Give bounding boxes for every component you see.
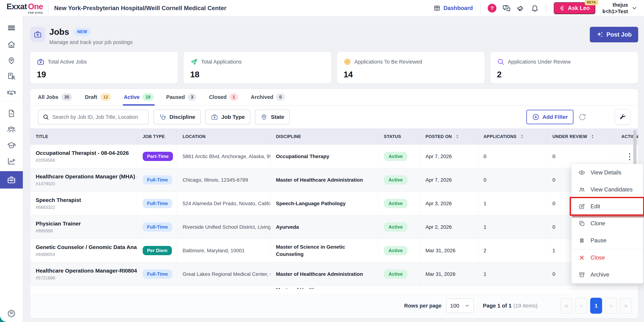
job-title[interactable]: Physician Trainer [36, 221, 137, 227]
menu-item-edit[interactable]: Edit [572, 198, 643, 215]
next-page-button[interactable]: › [605, 298, 617, 314]
sidebar-item-partnerships-icon[interactable] [0, 88, 23, 97]
posted-on: Apr 7, 2026 [420, 145, 478, 168]
applications-count: 1 [478, 192, 547, 215]
divider [546, 3, 546, 13]
announcements-megaphone-icon[interactable] [517, 4, 525, 12]
job-title[interactable]: Healthcare Operations Manager-RI0804... [36, 268, 137, 274]
map-pin-icon [260, 113, 268, 121]
discipline-filter-button[interactable]: Discipline [154, 110, 201, 124]
job-discipline: Master of Health [270, 286, 378, 289]
sort-icon[interactable] [590, 134, 595, 139]
briefcase-icon [211, 113, 218, 121]
tab-paused[interactable]: Paused3 [166, 89, 196, 105]
edit-pencil-icon [578, 203, 585, 210]
page-info: Page 1 of 1(19 items) [483, 303, 538, 309]
sidebar-item-locations-icon[interactable] [0, 56, 23, 65]
job-id: #8488054 [36, 252, 137, 257]
stat-value: 14 [344, 69, 478, 79]
table-row: Speech Therapist#6683322 Full-Time 524 A… [30, 192, 638, 215]
refresh-icon[interactable] [578, 113, 586, 121]
job-title[interactable]: Healthcare Operations Manager (MHA) - ..… [36, 174, 137, 180]
jobs-page-icon [30, 27, 45, 42]
job-discipline: Speech-Language Pathology [270, 192, 378, 215]
plus-circle-icon [532, 113, 540, 121]
tab-all-jobs[interactable]: All Jobs35 [38, 89, 72, 105]
add-filter-button[interactable]: Add Filter [526, 110, 574, 124]
column-under-review[interactable]: UNDER REVIEW [547, 128, 616, 145]
sidebar-item-home-icon[interactable] [0, 40, 23, 49]
rows-per-page-select[interactable]: 100 [446, 299, 474, 313]
vertical-scrollbar[interactable] [633, 130, 636, 164]
sort-icon[interactable] [520, 134, 524, 139]
job-title[interactable]: Genetic Counselor / Genomic Data Anal... [36, 244, 137, 250]
stat-card-total-applications: Total Applications 18 [184, 52, 332, 83]
tab-count: 3 [188, 93, 196, 101]
stat-card-applications-under-review: Applications Under Review 2 [490, 52, 638, 83]
job-title[interactable]: Speech Therapist [36, 197, 137, 203]
tab-closed[interactable]: Closed1 [209, 89, 238, 105]
ask-leo-button[interactable]: Ask Leo BETA [554, 2, 595, 14]
table-footer: Rows per page 100 Page 1 of 1(19 items) … [30, 293, 638, 318]
target-icon [344, 58, 351, 65]
page-title: Jobs [49, 27, 69, 37]
page-subtitle: Manage and track your job postings [49, 39, 132, 45]
tab-draft[interactable]: Draft12 [85, 89, 111, 105]
job-id: #2059568 [36, 158, 137, 163]
column-applications[interactable]: APPLICATIONS [478, 128, 547, 145]
applications-count: 1 [478, 215, 547, 239]
sidebar-item-people-icon[interactable] [0, 125, 23, 134]
job-id: #1479020 [36, 181, 137, 186]
tab-archived[interactable]: Archived0 [251, 89, 285, 105]
state-filter-button[interactable]: State [255, 110, 290, 124]
menu-hamburger-icon[interactable] [0, 23, 23, 32]
notifications-bell-icon[interactable] [531, 4, 539, 12]
column-posted-on[interactable]: POSTED ON [420, 128, 478, 145]
menu-item-clone[interactable]: Clone [572, 215, 643, 232]
sidebar-item-documents-icon[interactable] [0, 109, 23, 118]
last-page-button[interactable]: » [620, 298, 632, 314]
tab-active[interactable]: Active19 [124, 89, 154, 105]
stat-label: Applications To Be Reviewed [354, 59, 422, 65]
exxat-one-logo[interactable]: Exxat One FOR SITES [6, 2, 43, 14]
user-menu[interactable]: thejus k<h1>Test [602, 2, 638, 15]
jobs-tabs: All Jobs35 Draft12 Active19 Paused3 Clos… [30, 89, 638, 106]
posted-on: Mar 31, 2026 [420, 262, 478, 286]
sort-icon[interactable] [455, 134, 460, 139]
sidebar-item-clinical-rotations-icon[interactable] [0, 72, 23, 81]
settings-gear-icon[interactable] [0, 309, 23, 317]
rows-per-page-label: Rows per page [404, 303, 442, 309]
feedback-chat-icon[interactable] [502, 4, 510, 12]
tab-count: 19 [142, 93, 154, 101]
sidebar-item-education-icon[interactable] [0, 141, 23, 150]
menu-item-pause[interactable]: Pause [572, 232, 643, 249]
help-icon[interactable]: ? [488, 4, 496, 12]
search-box[interactable] [38, 110, 149, 124]
previous-page-button[interactable]: ‹ [575, 298, 587, 314]
sidebar [0, 16, 23, 322]
job-discipline: Ayurveda [270, 215, 378, 239]
chevron-down-icon [465, 303, 470, 308]
top-bar: Exxat One FOR SITES New York-Presbyteria… [0, 0, 644, 16]
table-row: Genetic Counselor / Genomic Data Anal...… [30, 239, 638, 262]
paper-plane-icon [190, 58, 198, 65]
sidebar-item-jobs-active[interactable] [0, 171, 23, 189]
post-job-button[interactable]: Post Job [590, 27, 638, 42]
table-row: Physician Trainer#995858 Full-Time River… [30, 215, 638, 239]
job-type-filter-button[interactable]: Job Type [206, 110, 250, 124]
job-title[interactable]: Occupational Therapist - 08-04-2026 [36, 150, 137, 156]
filter-bar: Discipline Job Type State Add Filter [30, 106, 638, 128]
menu-item-view-details[interactable]: View Details [572, 164, 643, 181]
first-page-button[interactable]: « [560, 298, 572, 314]
job-location: Great Lakes Regional Medical Center, Ch.… [177, 262, 270, 286]
search-input[interactable] [52, 114, 144, 120]
menu-item-view-candidates[interactable]: View Candidates [572, 181, 643, 198]
dashboard-link[interactable]: Dashboard [433, 4, 473, 12]
column-job-type: JOB TYPE [137, 128, 177, 145]
menu-item-archive[interactable]: Archive [572, 266, 643, 283]
page-1-button[interactable]: 1 [590, 298, 602, 314]
table-settings-wrench-button[interactable] [615, 109, 630, 125]
stat-value: 2 [497, 69, 632, 79]
menu-item-close[interactable]: Close [572, 249, 643, 266]
sidebar-item-analytics-icon[interactable] [0, 157, 23, 166]
